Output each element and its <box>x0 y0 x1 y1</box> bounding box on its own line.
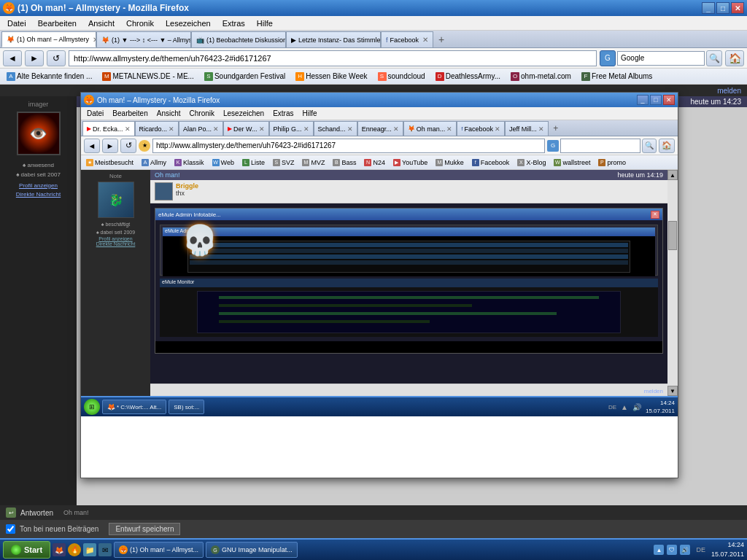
scroll-track[interactable] <box>667 180 678 386</box>
new-tab-button[interactable]: + <box>433 31 449 47</box>
inner-bm-13[interactable]: W wallstreet <box>551 158 593 167</box>
profile-link[interactable]: Profil anzeigen <box>19 182 58 189</box>
message-link[interactable]: Direkte Nachricht <box>16 191 61 198</box>
inner-menu-extras[interactable]: Extras <box>270 109 296 118</box>
inner-tab-close-8[interactable]: ✕ <box>495 125 500 133</box>
nested-controls[interactable]: ✕ <box>651 211 659 219</box>
close-button[interactable]: ✕ <box>731 2 744 14</box>
inner-taskbar-item-0[interactable]: 🦊 * C:\\Wort:... Alt... <box>102 400 166 414</box>
inner-tab-close-4[interactable]: ✕ <box>303 125 309 133</box>
back-button[interactable]: ◄ <box>3 50 22 66</box>
inner-menu-hilfe[interactable]: Hilfe <box>300 109 320 118</box>
menu-bearbeiten[interactable]: Bearbeiten <box>34 18 81 29</box>
bookmark-3[interactable]: H Hessen Bike Week <box>292 71 371 82</box>
inner-tab-4[interactable]: Philip G... ✕ <box>269 121 314 136</box>
inner-tab-close-3[interactable]: ✕ <box>259 125 265 133</box>
inner-profile-link[interactable]: Profil anzeigen <box>98 236 132 241</box>
inner-bm-5[interactable]: S SVZ <box>270 158 298 167</box>
tab-0[interactable]: 🦊 (1) Oh man! – Allmystery ✕ <box>1 31 96 47</box>
minimize-button[interactable]: _ <box>702 2 715 14</box>
inner-forum-title[interactable]: Oh man! <box>155 171 180 179</box>
taskbar-ff-icon[interactable]: 🦊 <box>53 543 66 556</box>
draft-button[interactable]: Entwurf speichern <box>109 523 180 535</box>
taskbar-folder-icon[interactable]: 📁 <box>83 543 96 556</box>
menu-lesezeichen[interactable]: Lesezeichen <box>161 18 215 29</box>
taskbar-email-icon[interactable]: ✉ <box>98 543 112 556</box>
bookmark-0[interactable]: A Alte Bekannte finden ... <box>3 71 96 82</box>
url-input[interactable] <box>69 50 597 66</box>
window-controls[interactable]: _ □ ✕ <box>702 2 744 14</box>
inner-melden-link[interactable]: melden <box>644 388 663 394</box>
outer-melden-link[interactable]: melden <box>717 87 741 95</box>
inner-bm-0[interactable]: ★ Meistbesucht <box>83 158 136 167</box>
inner-tab-5[interactable]: Schand... ✕ <box>314 121 357 136</box>
nested-close[interactable]: ✕ <box>651 211 659 219</box>
inner-tab-9[interactable]: Jeff Mill... ✕ <box>505 121 549 136</box>
inner-bm-10[interactable]: M Mukke <box>433 158 467 167</box>
taskbar-item-1[interactable]: G GNU Image Manipulat... <box>206 542 298 558</box>
reload-button[interactable]: ↺ <box>47 50 66 66</box>
inner-star-icon[interactable]: ★ <box>139 140 150 152</box>
forward-button[interactable]: ► <box>25 50 44 66</box>
inner-bm-1[interactable]: A Allmy <box>139 158 169 167</box>
inner-back-button[interactable]: ◄ <box>84 139 100 153</box>
inner-menu-bearbeiten[interactable]: Bearbeiten <box>109 109 150 118</box>
menu-ansicht[interactable]: Ansicht <box>84 18 119 29</box>
tab-3[interactable]: ▶ Letzte Instanz- Das Stimmlein... ✕ <box>286 31 381 47</box>
inner-tab-0[interactable]: ▶ Dr. Ecka... ✕ <box>82 121 135 136</box>
inner-menu-lesezeichen[interactable]: Lesezeichen <box>220 109 267 118</box>
inner-search-button[interactable]: 🔍 <box>642 139 657 153</box>
inner-tab-8[interactable]: f Facebook ✕ <box>457 121 505 136</box>
bookmark-5[interactable]: D DeathlessArmy... <box>432 71 504 82</box>
inner-forward-button[interactable]: ► <box>102 139 118 153</box>
start-button[interactable]: Start <box>3 541 50 559</box>
inner-tab-3[interactable]: ▶ Der W... ✕ <box>223 121 269 136</box>
tab-4[interactable]: f Facebook ✕ <box>381 31 433 47</box>
bookmark-4[interactable]: S soundcloud <box>374 71 429 82</box>
inner-taskbar-item-1[interactable]: SB) sot:... <box>169 400 204 414</box>
reply-link[interactable]: Antworten <box>20 509 53 517</box>
bookmark-6[interactable]: O ohm-metal.com <box>507 71 575 82</box>
inner-tab-close-5[interactable]: ✕ <box>347 125 353 133</box>
taskbar-item-0[interactable]: 🦊 (1) Oh man! – Allmyst... <box>114 542 204 558</box>
menu-chronik[interactable]: Chronik <box>122 18 158 29</box>
inner-tab-close-0[interactable]: ✕ <box>125 125 131 133</box>
inner-scrollbar[interactable]: ▲ ▼ <box>667 170 678 396</box>
inner-tab-close-6[interactable]: ✕ <box>393 125 399 133</box>
inner-bm-3[interactable]: W Web <box>209 158 237 167</box>
inner-tab-7[interactable]: 🦊 Oh man... ✕ <box>403 121 457 136</box>
inner-bm-2[interactable]: K Klassik <box>171 158 207 167</box>
bookmark-2[interactable]: S Soundgarden Festival <box>201 71 289 82</box>
inner-home-button[interactable]: 🏠 <box>659 139 675 153</box>
inner-tab-close-2[interactable]: ✕ <box>213 125 219 133</box>
inner-url-input[interactable] <box>152 139 545 153</box>
bookmark-7[interactable]: F Free Metal Albums <box>578 71 656 82</box>
inner-bm-9[interactable]: ▶ YouTube <box>390 158 430 167</box>
scroll-up-button[interactable]: ▲ <box>667 170 678 180</box>
inner-tab-close-1[interactable]: ✕ <box>169 125 174 133</box>
inner-start-orb[interactable]: ⊞ <box>84 399 100 415</box>
inner-menu-chronik[interactable]: Chronik <box>187 109 217 118</box>
inner-bm-4[interactable]: L Liste <box>239 158 268 167</box>
inner-bm-14[interactable]: P promo <box>595 158 629 167</box>
tab-close-4[interactable]: ✕ <box>422 36 428 44</box>
inner-new-tab-button[interactable]: + <box>549 121 563 136</box>
scroll-thumb[interactable] <box>668 221 677 250</box>
inner-search-input[interactable]: klassik konzert <box>560 139 640 153</box>
sound-checkbox[interactable] <box>6 524 15 534</box>
tab-2[interactable]: 📺 (1) Beobachtete Diskussionen... ✕ <box>191 31 286 47</box>
inner-bm-8[interactable]: N N24 <box>361 158 388 167</box>
inner-tab-close-7[interactable]: ✕ <box>446 125 452 133</box>
inner-bm-7[interactable]: B Bass <box>330 158 359 167</box>
inner-bm-12[interactable]: X X-Blog <box>514 158 549 167</box>
scroll-down-button[interactable]: ▼ <box>667 386 678 396</box>
inner-close-button[interactable]: ✕ <box>663 95 675 105</box>
inner-tab-close-9[interactable]: ✕ <box>538 125 544 133</box>
menu-datei[interactable]: Datei <box>3 18 31 29</box>
search-input[interactable] <box>617 51 705 66</box>
inner-bm-11[interactable]: f Facebook <box>469 158 513 167</box>
bookmark-1[interactable]: M METALNEWS.DE - ME... <box>98 71 198 82</box>
inner-tab-2[interactable]: Alan Po... ✕ <box>179 121 223 136</box>
inner-tab-6[interactable]: Enneagr... ✕ <box>357 121 403 136</box>
inner-menu-datei[interactable]: Datei <box>84 109 107 118</box>
